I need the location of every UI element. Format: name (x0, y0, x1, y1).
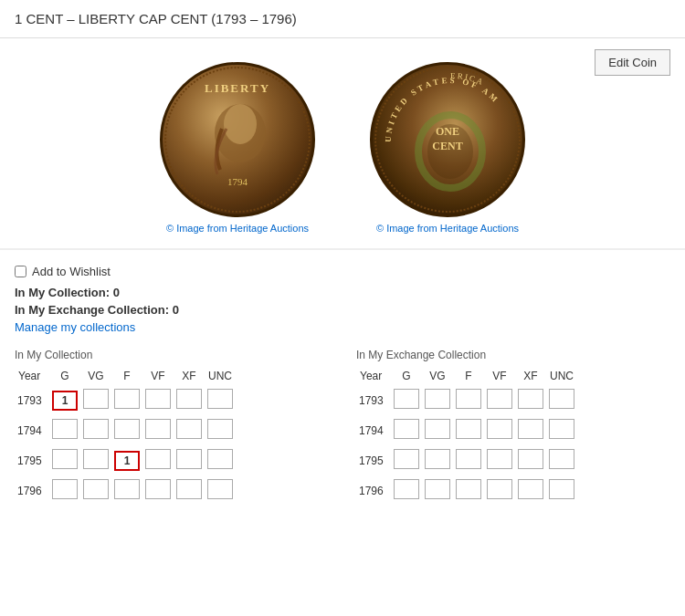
grade-cell (49, 475, 80, 506)
col-vf-ex: VF (484, 367, 515, 385)
grade-box[interactable] (207, 419, 233, 439)
exchange-collection-grid: Year G VG F VF XF UNC 1793179417951796 (356, 367, 670, 506)
year-cell: 1794 (356, 415, 391, 445)
coin-back-container: UNITED STATES OF AM ERICA ONECENT © Imag… (370, 62, 525, 234)
grade-cell (174, 475, 205, 506)
grade-box[interactable] (176, 419, 202, 439)
manage-collections-link[interactable]: Manage my collections (15, 320, 135, 334)
grade-cell (80, 475, 111, 506)
grade-box[interactable] (394, 479, 419, 499)
grade-cell (484, 445, 515, 475)
grade-box[interactable] (456, 419, 481, 439)
grade-box[interactable] (394, 389, 419, 409)
grade-cell (111, 475, 142, 506)
coin-denomination: ONECENT (432, 125, 462, 153)
grade-box[interactable] (176, 389, 202, 409)
my-collection-grid: Year G VG F VF XF UNC 179311794179511796 (15, 367, 329, 506)
grade-box[interactable] (518, 479, 543, 499)
grade-box[interactable] (518, 449, 543, 469)
grade-box[interactable] (207, 449, 233, 469)
grade-box[interactable] (145, 419, 171, 439)
col-year-my: Year (15, 367, 49, 385)
grade-box[interactable] (176, 449, 202, 469)
my-collection-table: In My Collection Year G VG F VF XF UNC (15, 349, 329, 506)
grade-box[interactable] (207, 389, 233, 409)
grade-box[interactable] (549, 419, 574, 439)
year-cell: 1795 (356, 445, 391, 475)
grade-box[interactable] (207, 479, 233, 499)
grade-cell (174, 415, 205, 445)
my-collection-title: In My Collection (15, 349, 329, 361)
grade-box[interactable] (518, 389, 543, 409)
grade-box[interactable] (176, 479, 202, 499)
grade-cell (391, 475, 422, 506)
grade-box[interactable] (52, 449, 78, 469)
grade-box[interactable] (145, 449, 171, 469)
grade-box[interactable] (425, 389, 450, 409)
grade-cell (391, 445, 422, 475)
col-g-ex: G (391, 367, 422, 385)
grade-box[interactable] (114, 479, 140, 499)
grade-box[interactable] (549, 449, 574, 469)
edit-coin-button[interactable]: Edit Coin (595, 49, 670, 76)
grade-box[interactable]: 1 (52, 391, 78, 411)
collections-grid: In My Collection Year G VG F VF XF UNC (15, 349, 670, 506)
col-vg-ex: VG (422, 367, 453, 385)
wishlist-checkbox[interactable] (15, 266, 26, 277)
grade-cell (422, 385, 453, 415)
grade-box[interactable] (114, 389, 140, 409)
grade-box[interactable] (456, 389, 481, 409)
grade-box[interactable] (518, 419, 543, 439)
year-cell: 1794 (15, 415, 49, 445)
table-row: 1794 (356, 415, 577, 445)
grade-box[interactable] (487, 479, 512, 499)
grade-cell (111, 415, 142, 445)
grade-cell (453, 415, 484, 445)
grade-box[interactable] (456, 479, 481, 499)
grade-box[interactable] (145, 479, 171, 499)
grade-cell (80, 445, 111, 475)
grade-box[interactable] (52, 419, 78, 439)
grade-box[interactable] (394, 419, 419, 439)
grade-box[interactable] (487, 449, 512, 469)
grade-cell (453, 385, 484, 415)
grade-box[interactable] (52, 479, 78, 499)
exchange-collection-label: In My Exchange Collection: (15, 303, 169, 317)
coin-front-image: LIBERTY 1794 (160, 62, 315, 217)
grade-cell (515, 475, 546, 506)
grade-box[interactable] (425, 479, 450, 499)
grade-box[interactable] (114, 419, 140, 439)
grade-cell (49, 445, 80, 475)
year-cell: 1796 (356, 475, 391, 506)
grade-box[interactable] (83, 419, 109, 439)
grade-box[interactable] (549, 479, 574, 499)
grade-box[interactable] (487, 389, 512, 409)
grade-cell (142, 475, 174, 506)
grade-box[interactable] (83, 449, 109, 469)
svg-point-1 (224, 104, 257, 144)
col-vg-my: VG (80, 367, 111, 385)
grade-cell (391, 385, 422, 415)
grade-box[interactable] (425, 419, 450, 439)
grade-box[interactable] (425, 449, 450, 469)
grade-box[interactable] (394, 449, 419, 469)
grade-cell (484, 475, 515, 506)
grade-box[interactable] (83, 389, 109, 409)
table-row: 1795 (356, 445, 577, 475)
my-collection-info: In My Collection: 0 (15, 286, 670, 299)
grade-box[interactable]: 1 (114, 451, 140, 471)
grade-cell (422, 415, 453, 445)
grade-box[interactable] (456, 449, 481, 469)
grade-box[interactable] (83, 479, 109, 499)
col-xf-ex: XF (515, 367, 546, 385)
grade-box[interactable] (145, 389, 171, 409)
grade-cell (205, 475, 236, 506)
grade-cell (515, 445, 546, 475)
col-vf-my: VF (142, 367, 174, 385)
col-f-ex: F (453, 367, 484, 385)
col-f-my: F (111, 367, 142, 385)
grade-cell (422, 445, 453, 475)
grade-box[interactable] (549, 389, 574, 409)
grade-box[interactable] (487, 419, 512, 439)
grade-cell (205, 445, 236, 475)
